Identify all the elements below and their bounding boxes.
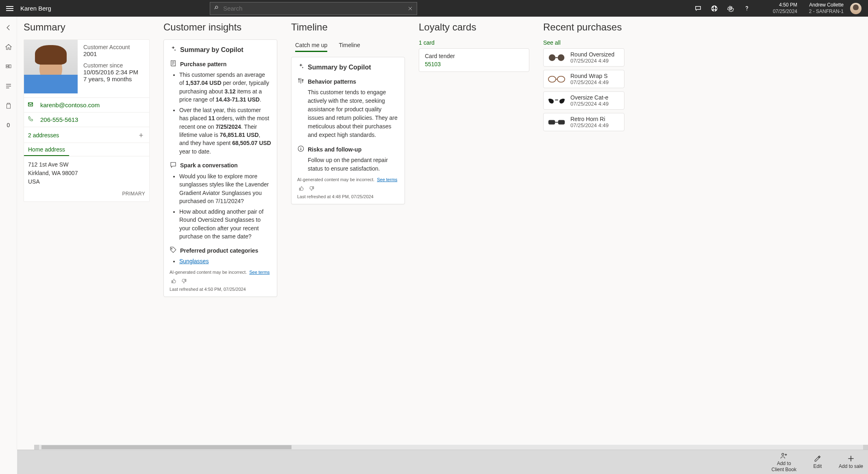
search-input[interactable] (220, 5, 404, 12)
globe-icon[interactable] (707, 1, 722, 16)
search-icon (214, 5, 220, 12)
topbar-userstation: Andrew Collette 2 - SANFRAN-1 (802, 2, 847, 15)
chat-icon[interactable] (691, 1, 705, 16)
search-field[interactable] (210, 2, 417, 15)
topbar-username: Andrew Collette (805, 2, 844, 9)
topbar-datetime: 4:50 PM 07/25/2024 (756, 2, 801, 15)
help-icon[interactable] (740, 1, 754, 16)
search-clear-button[interactable] (404, 2, 417, 15)
topbar-station: 2 - SANFRAN-1 (805, 9, 844, 15)
topbar-left: Karen Berg (0, 4, 51, 13)
topbar-right: 4:50 PM 07/25/2024 Andrew Collette 2 - S… (691, 1, 864, 16)
gear-icon[interactable] (723, 1, 738, 16)
page-title: Karen Berg (20, 5, 51, 12)
hamburger-menu-button[interactable] (5, 4, 15, 13)
user-avatar[interactable] (850, 3, 861, 14)
topbar: Karen Berg 4:50 PM 07/25/2024 Andrew Col… (0, 0, 868, 17)
topbar-date: 07/25/2024 (759, 9, 797, 15)
topbar-time: 4:50 PM (759, 2, 797, 9)
